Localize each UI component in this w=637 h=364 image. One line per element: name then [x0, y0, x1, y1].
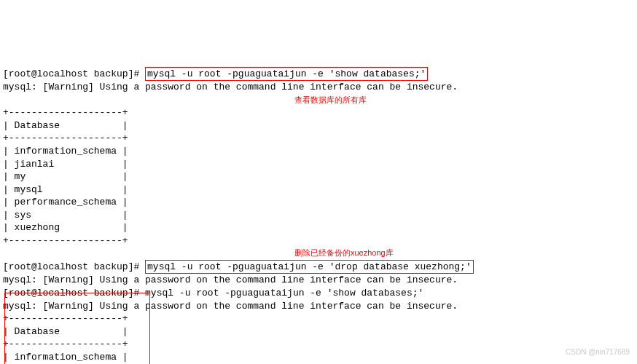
terminal-output: [root@localhost backup]# mysql -u root -…: [3, 54, 634, 364]
command-highlight: mysql -u root -pguaguataijun -e 'show da…: [145, 67, 428, 82]
db-row: | my |: [3, 171, 128, 182]
command-text: mysql -u root -pguaguataijun -e 'show da…: [147, 68, 426, 79]
prompt: [root@localhost backup]#: [3, 68, 145, 79]
db-row: | performance_schema |: [3, 197, 128, 207]
db-row: | jianlai |: [3, 159, 128, 170]
prompt: [root@localhost backup]#: [3, 261, 145, 272]
warning-line: mysql: [Warning] Using a password on the…: [3, 274, 458, 285]
command-text: mysql -u root -pguaguataijun -e 'drop da…: [147, 261, 472, 272]
table-border: +--------------------+: [3, 132, 128, 143]
annotation-view-db: 查看数据库的所有库: [294, 95, 367, 106]
db-row: | information_schema |: [3, 352, 128, 363]
warning-line: mysql: [Warning] Using a password on the…: [3, 82, 458, 92]
table-border: +--------------------+: [3, 107, 128, 118]
watermark: CSDN @nin717689: [566, 347, 630, 357]
table-header: | Database |: [3, 120, 128, 131]
command-highlight: mysql -u root -pguaguataijun -e 'drop da…: [145, 260, 474, 274]
table-border: +--------------------+: [3, 235, 128, 246]
command-text: mysql -u root -pguaguataijun -e 'show da…: [145, 288, 423, 298]
warning-line: mysql: [Warning] Using a password on the…: [3, 301, 458, 312]
table-border: +--------------------+: [3, 313, 128, 324]
table-border: +--------------------+: [3, 339, 128, 349]
db-row: | xuezhong |: [3, 222, 128, 233]
prompt: [root@localhost backup]#: [3, 288, 145, 298]
db-row: | mysql |: [3, 184, 128, 195]
db-row: | sys |: [3, 210, 128, 221]
annotation-delete-db: 删除已经备份的xuezhong库: [294, 248, 394, 258]
db-row: | information_schema |: [3, 146, 128, 157]
table-header: | Database |: [3, 326, 128, 337]
